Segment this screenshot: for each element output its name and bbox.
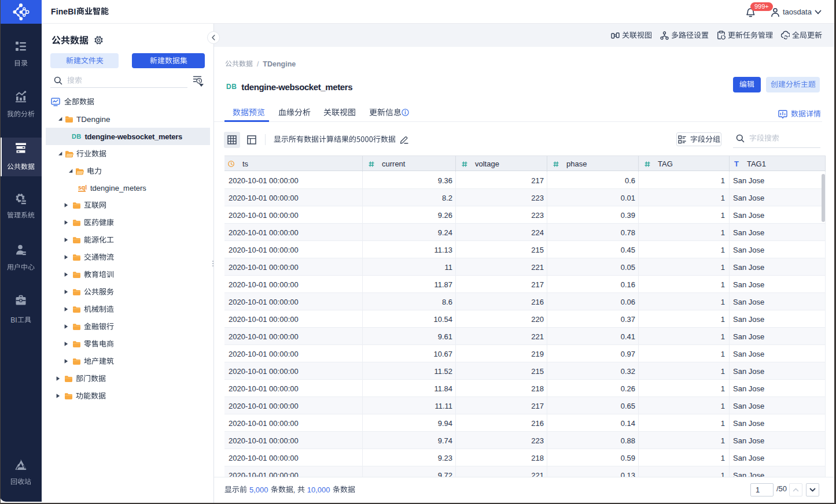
svg-text:sql: sql bbox=[78, 184, 87, 191]
